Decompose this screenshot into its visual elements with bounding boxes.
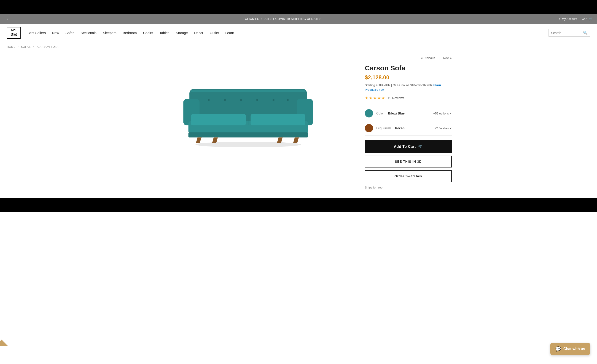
breadcrumb-sep2: / — [33, 45, 35, 48]
product-sofa-image — [177, 73, 319, 150]
leg-options-dropdown[interactable]: +2 finishes ∨ — [434, 127, 452, 130]
order-swatches-button[interactable]: Order Swatches — [365, 170, 452, 182]
bottom-black-bar — [0, 198, 597, 212]
nav-best-sellers[interactable]: Best Sellers — [27, 31, 46, 35]
svg-rect-11 — [191, 114, 246, 125]
svg-marker-17 — [277, 137, 283, 143]
ships-free-text: Ships for free! — [365, 186, 452, 189]
color-value: Biloxi Blue — [388, 112, 404, 115]
reviews-count[interactable]: 19 Reviews — [388, 96, 404, 100]
nav-sleepers[interactable]: Sleepers — [103, 31, 117, 35]
search-input[interactable] — [551, 31, 583, 35]
affirm-text: Starting at 0% APR | Or as low as $104/m… — [365, 83, 432, 87]
add-to-cart-label: Add To Cart — [394, 145, 416, 149]
product-page: « Previous | Next » Carson Sofa $2,128.0… — [138, 52, 459, 198]
svg-rect-19 — [191, 90, 305, 92]
svg-rect-14 — [189, 132, 308, 137]
announcement-prev-arrow[interactable]: ‹ — [5, 16, 9, 22]
product-price: $2,128.00 — [365, 74, 452, 81]
color-options-dropdown[interactable]: +59 options ∨ — [433, 112, 452, 115]
see-in-3d-label: SEE THIS IN 3D — [395, 160, 422, 163]
svg-point-7 — [287, 99, 289, 101]
leg-chevron-icon: ∨ — [450, 127, 452, 130]
svg-marker-18 — [293, 137, 299, 143]
nav-divider: | — [439, 56, 440, 60]
announcement-bar: ‹ CLICK FOR LATEST COVID-19 SHIPPING UPD… — [0, 14, 597, 24]
svg-point-3 — [224, 99, 226, 101]
nav-sofas[interactable]: Sofas — [65, 31, 74, 35]
nav-learn[interactable]: Learn — [225, 31, 234, 35]
logo-2b: 2B — [9, 32, 18, 37]
cart-label: Cart — [582, 17, 587, 21]
logo-apt: APT — [9, 28, 18, 32]
svg-marker-15 — [196, 137, 202, 143]
svg-rect-12 — [251, 114, 305, 125]
affirm-info: Starting at 0% APR | Or as low as $104/m… — [365, 83, 452, 92]
svg-point-6 — [272, 99, 275, 101]
reviews-row: ★★★★★ 19 Reviews — [365, 96, 452, 100]
my-account-label: My Account — [562, 17, 577, 21]
product-details: « Previous | Next » Carson Sofa $2,128.0… — [365, 56, 452, 189]
breadcrumb-sofas[interactable]: SOFAS — [21, 45, 31, 48]
svg-point-0 — [196, 142, 301, 147]
top-black-bar — [0, 0, 597, 14]
svg-point-4 — [240, 99, 242, 101]
nav-decor[interactable]: Decor — [194, 31, 203, 35]
product-image-area — [145, 56, 351, 189]
order-swatches-label: Order Swatches — [395, 174, 422, 178]
announcement-next-arrow[interactable]: › — [557, 16, 562, 22]
leg-swatch[interactable] — [365, 124, 373, 132]
nav-bedroom[interactable]: Bedroom — [123, 31, 137, 35]
cart-link[interactable]: Cart 🛒 — [582, 17, 592, 21]
logo[interactable]: APT 2B — [7, 27, 21, 39]
breadcrumb: HOME / SOFAS / CARSON SOFA — [0, 42, 597, 52]
breadcrumb-home[interactable]: HOME — [7, 45, 16, 48]
prev-product-link[interactable]: « Previous — [421, 56, 435, 60]
add-to-cart-button[interactable]: Add To Cart 🛒 — [365, 140, 452, 153]
leg-option-row: Leg Finish Pecan +2 finishes ∨ — [365, 121, 452, 136]
nav-sectionals[interactable]: Sectionals — [80, 31, 96, 35]
cart-button-icon: 🛒 — [418, 144, 423, 149]
leg-value: Pecan — [395, 126, 405, 130]
announcement-text: CLICK FOR LATEST COVID-19 SHIPPING UPDAT… — [245, 17, 322, 21]
my-account-link[interactable]: My Account — [562, 17, 577, 21]
product-image-container — [145, 56, 351, 166]
product-title: Carson Sofa — [365, 64, 452, 72]
nav-tables[interactable]: Tables — [159, 31, 169, 35]
color-swatch[interactable] — [365, 109, 373, 117]
leg-options-count: +2 finishes — [434, 127, 449, 130]
color-option-row: Color Biloxi Blue +59 options ∨ — [365, 106, 452, 121]
color-label: Color — [376, 112, 384, 115]
nav-storage[interactable]: Storage — [176, 31, 188, 35]
affirm-logo: affirm. — [433, 83, 442, 87]
color-chevron-icon: ∨ — [450, 112, 452, 115]
breadcrumb-sep1: / — [18, 45, 20, 48]
affirm-prequalify-link[interactable]: Prequalify now — [365, 88, 384, 91]
svg-point-5 — [256, 99, 258, 101]
breadcrumb-current: CARSON SOFA — [38, 45, 59, 48]
nav-chairs[interactable]: Chairs — [143, 31, 153, 35]
next-product-link[interactable]: Next » — [443, 56, 452, 60]
product-stars: ★★★★★ — [365, 96, 385, 100]
nav-outlet[interactable]: Outlet — [210, 31, 219, 35]
svg-point-2 — [208, 99, 210, 101]
product-nav-arrows: « Previous | Next » — [365, 56, 452, 60]
search-box: 🔍 — [549, 29, 590, 37]
see-in-3d-button[interactable]: SEE THIS IN 3D — [365, 156, 452, 167]
nav-links: Best Sellers New Sofas Sectionals Sleepe… — [27, 31, 544, 35]
search-icon: 🔍 — [583, 31, 588, 35]
cart-icon: 🛒 — [589, 17, 592, 21]
leg-label: Leg Finish — [376, 126, 391, 130]
search-button[interactable]: 🔍 — [583, 31, 588, 35]
navigation-bar: APT 2B Best Sellers New Sofas Sectionals… — [0, 24, 597, 42]
nav-new[interactable]: New — [52, 31, 59, 35]
color-options-count: +59 options — [433, 112, 449, 115]
